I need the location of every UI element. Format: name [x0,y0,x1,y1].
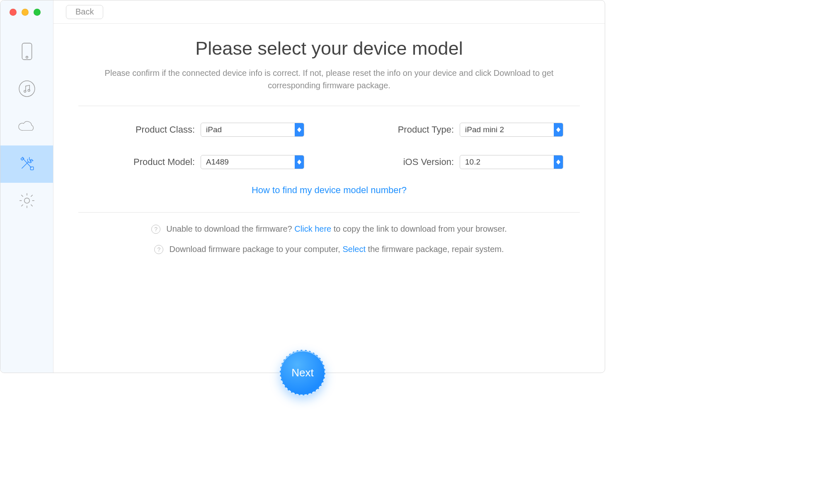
tip-1-link[interactable]: Click here [294,224,331,233]
next-button[interactable]: Next [280,350,325,395]
tip-2-link[interactable]: Select [342,245,366,254]
stepper-arrows-icon [554,123,563,136]
tip-2-before: Download firmware package to your comput… [169,245,342,254]
tip-row-2: ? Download firmware package to your comp… [82,245,576,254]
help-icon: ? [151,225,160,234]
main-pane: Please select your device model Please c… [53,24,605,373]
product-type-value: iPad mini 2 [460,123,563,137]
ios-version-label: iOS Version: [403,157,454,167]
svg-point-2 [19,81,35,97]
page-title: Please select your device model [78,38,580,59]
sidebar [0,0,53,373]
gear-icon [18,192,36,211]
tip-1-after: to copy the link to download from your b… [331,224,507,233]
back-button[interactable]: Back [66,5,103,19]
tip-1-before: Unable to download the firmware? [166,224,294,233]
help-icon: ? [154,245,163,254]
field-ios-version: iOS Version: 10.2 [354,155,563,169]
stepper-arrows-icon [554,155,563,169]
tip-row-1: ? Unable to download the firmware? Click… [82,224,576,234]
page-subtitle: Please confirm if the connected device i… [78,67,580,92]
sidebar-item-settings[interactable] [0,183,53,220]
cloud-icon [18,117,36,136]
product-class-select[interactable]: iPad [201,123,304,137]
tip-1-text: Unable to download the firmware? Click h… [166,224,507,234]
svg-point-3 [24,90,26,92]
svg-point-6 [24,198,29,204]
sidebar-item-tools[interactable] [0,145,53,183]
svg-point-1 [26,56,28,58]
sidebar-item-cloud[interactable] [0,108,53,145]
close-window-button[interactable] [10,9,17,16]
divider [78,212,580,213]
top-bar: Back [53,0,605,24]
find-model-link[interactable]: How to find my device model number? [252,185,407,195]
stepper-arrows-icon [295,123,304,136]
tools-icon [18,155,36,174]
product-type-label: Product Type: [398,124,454,135]
app-window: Back Please select your device model Ple… [0,0,605,373]
field-product-class: Product Class: iPad [95,123,304,137]
sidebar-item-phone[interactable] [0,34,53,71]
product-class-label: Product Class: [136,124,195,135]
tips-section: ? Unable to download the firmware? Click… [78,224,580,254]
tip-2-text: Download firmware package to your comput… [169,245,504,254]
product-model-value: A1489 [201,155,304,169]
svg-point-4 [28,90,30,92]
zoom-window-button[interactable] [34,9,41,16]
divider [78,106,580,106]
product-type-select[interactable]: iPad mini 2 [460,123,563,137]
ios-version-value: 10.2 [460,155,563,169]
music-icon [18,80,36,99]
field-product-type: Product Type: iPad mini 2 [354,123,563,137]
sidebar-item-music[interactable] [0,71,53,108]
window-controls [10,9,41,16]
product-class-value: iPad [201,123,304,137]
stepper-arrows-icon [295,155,304,169]
minimize-window-button[interactable] [22,9,29,16]
device-fields: Product Class: iPad Product Type: iPad m… [78,123,580,169]
product-model-label: Product Model: [133,157,195,167]
svg-rect-0 [22,43,32,60]
tip-2-after: the firmware package, repair system. [366,245,504,254]
product-model-select[interactable]: A1489 [201,155,304,169]
phone-icon [18,43,36,62]
field-product-model: Product Model: A1489 [95,155,304,169]
ios-version-select[interactable]: 10.2 [460,155,563,169]
